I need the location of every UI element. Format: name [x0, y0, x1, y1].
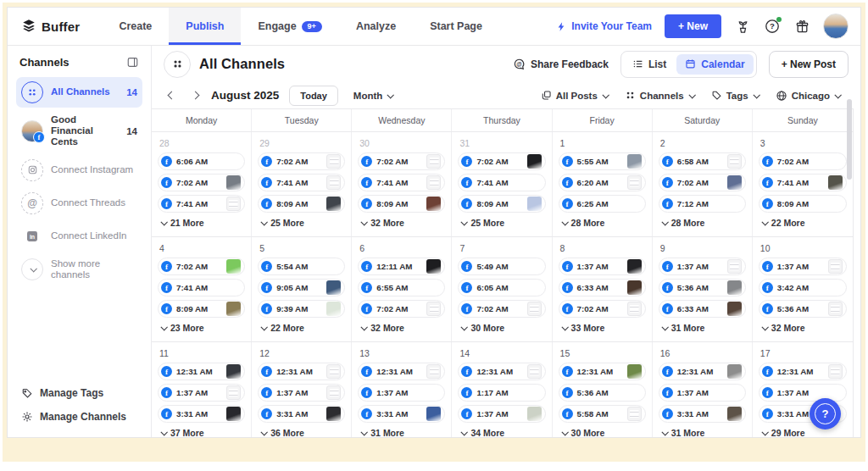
calendar-entry[interactable]: f 7:02 AM	[158, 174, 245, 191]
filter-all-posts[interactable]: All Posts	[541, 90, 608, 101]
more-posts-link[interactable]: 22 More	[260, 323, 345, 333]
more-posts-link[interactable]: 25 More	[260, 218, 345, 228]
calendar-entry[interactable]: f 12:31 AM	[559, 363, 646, 380]
calendar-entry[interactable]: f 12:31 AM	[158, 363, 245, 380]
calendar-entry[interactable]: f 5:36 AM	[659, 279, 746, 296]
calendar-entry[interactable]: f 1:37 AM	[559, 258, 646, 275]
more-posts-link[interactable]: 29 More	[761, 428, 847, 437]
calendar-entry[interactable]: f 7:02 AM	[158, 258, 245, 275]
sidebar-item-connect-linkedin[interactable]: in Connect LinkedIn	[16, 221, 142, 252]
invite-team-link[interactable]: Invite Your Team	[556, 20, 652, 32]
calendar-entry[interactable]: f 7:02 AM	[458, 152, 545, 170]
calendar-entry[interactable]: f 7:02 AM	[659, 174, 746, 191]
calendar-entry[interactable]: f 8:09 AM	[158, 300, 245, 318]
calendar-entry[interactable]: f 1:37 AM	[759, 258, 847, 275]
calendar-entry[interactable]: f 5:49 AM	[458, 258, 545, 275]
calendar-entry[interactable]: f 7:41 AM	[759, 174, 847, 191]
calendar-entry[interactable]: f 7:41 AM	[158, 279, 245, 296]
more-posts-link[interactable]: 32 More	[761, 323, 847, 333]
calendar-entry[interactable]: f 7:41 AM	[358, 174, 445, 191]
nav-tab-publish[interactable]: Publish	[169, 8, 241, 45]
more-posts-link[interactable]: 30 More	[561, 428, 646, 437]
next-month-button[interactable]	[187, 88, 203, 103]
calendar-entry[interactable]: f 5:36 AM	[559, 384, 646, 402]
calendar-entry[interactable]: f 3:31 AM	[358, 405, 445, 423]
more-posts-link[interactable]: 32 More	[360, 218, 445, 228]
calendar-entry[interactable]: f 12:31 AM	[358, 363, 445, 380]
calendar-entry[interactable]: f 7:02 AM	[258, 152, 345, 170]
list-view-button[interactable]: List	[624, 54, 675, 75]
more-posts-link[interactable]: 25 More	[460, 218, 545, 228]
filter-tags[interactable]: Tags	[711, 90, 759, 101]
help-icon[interactable]: ?	[764, 18, 781, 35]
calendar-entry[interactable]: f 12:31 AM	[659, 363, 746, 380]
calendar-entry[interactable]: f 6:33 AM	[659, 300, 746, 318]
more-posts-link[interactable]: 28 More	[661, 218, 746, 228]
calendar-entry[interactable]: f 1:37 AM	[158, 384, 245, 402]
calendar-entry[interactable]: f 3:31 AM	[258, 405, 345, 423]
calendar-entry[interactable]: f 1:17 AM	[458, 384, 545, 402]
calendar-entry[interactable]: f 7:02 AM	[358, 300, 445, 318]
calendar-entry[interactable]: f 12:31 AM	[759, 363, 847, 380]
sidebar-item-show-more-channels[interactable]: Show more channels	[16, 254, 142, 285]
view-mode-dropdown[interactable]: Month	[353, 91, 392, 101]
nav-tab-analyze[interactable]: Analyze	[339, 8, 413, 45]
sidebar-item-connect-instagram[interactable]: Connect Instagram	[16, 155, 142, 186]
calendar-entry[interactable]: f 6:20 AM	[559, 174, 646, 191]
calendar-entry[interactable]: f 5:55 AM	[559, 152, 646, 170]
nav-tab-create[interactable]: Create	[102, 8, 169, 45]
filter-chicago[interactable]: Chicago	[776, 90, 840, 102]
calendar-entry[interactable]: f 1:37 AM	[659, 258, 746, 275]
calendar-entry[interactable]: f 6:58 AM	[659, 152, 746, 170]
calendar-entry[interactable]: f 8:09 AM	[759, 195, 847, 213]
calendar-entry[interactable]: f 9:05 AM	[258, 279, 345, 296]
calendar-entry[interactable]: f 1:37 AM	[759, 384, 847, 402]
more-posts-link[interactable]: 36 More	[260, 428, 345, 437]
new-button[interactable]: + New	[665, 14, 721, 38]
calendar-entry[interactable]: f 7:02 AM	[559, 300, 646, 318]
calendar-entry[interactable]: f 7:41 AM	[458, 174, 545, 191]
more-posts-link[interactable]: 22 More	[761, 218, 847, 228]
calendar-entry[interactable]: f 3:42 AM	[759, 279, 847, 296]
calendar-entry[interactable]: f 12:31 AM	[458, 363, 545, 380]
more-posts-link[interactable]: 31 More	[661, 323, 746, 333]
calendar-entry[interactable]: f 5:54 AM	[258, 258, 345, 275]
calendar-entry[interactable]: f 3:31 AM	[158, 405, 245, 423]
nav-tab-engage[interactable]: Engage 9+	[241, 8, 338, 45]
calendar-entry[interactable]: f 6:05 AM	[458, 279, 545, 296]
more-posts-link[interactable]: 21 More	[160, 218, 245, 228]
calendar-entry[interactable]: f 1:37 AM	[458, 405, 545, 423]
calendar-entry[interactable]: f 8:09 AM	[358, 195, 445, 213]
calendar-entry[interactable]: f 12:31 AM	[258, 363, 345, 380]
calendar-entry[interactable]: f 6:33 AM	[559, 279, 646, 296]
prev-month-button[interactable]	[164, 88, 179, 103]
calendar-entry[interactable]: f 7:41 AM	[258, 174, 345, 191]
calendar-entry[interactable]: f 8:09 AM	[458, 195, 545, 213]
more-posts-link[interactable]: 37 More	[160, 428, 245, 437]
calendar-view-button[interactable]: Calendar	[676, 54, 753, 75]
sidebar-item-connect-threads[interactable]: @ Connect Threads	[16, 188, 142, 219]
more-posts-link[interactable]: 31 More	[360, 428, 445, 437]
more-posts-link[interactable]: 23 More	[160, 323, 245, 333]
vertical-scrollbar[interactable]	[847, 99, 852, 180]
user-avatar[interactable]	[823, 14, 849, 39]
calendar-entry[interactable]: f 1:37 AM	[258, 384, 345, 402]
sidebar-item-all-channels[interactable]: All Channels 14	[16, 77, 142, 108]
today-button[interactable]: Today	[289, 86, 338, 106]
calendar-entry[interactable]: f 9:39 AM	[258, 300, 345, 318]
filter-channels[interactable]: Channels	[625, 90, 694, 101]
calendar-entry[interactable]: f 7:02 AM	[358, 152, 445, 170]
calendar-entry[interactable]: f 7:12 AM	[659, 195, 746, 213]
new-post-button[interactable]: + New Post	[769, 51, 849, 78]
sidebar-item-good-financial-cents[interactable]: f Good Financial Cents 14	[16, 110, 142, 152]
calendar-entry[interactable]: f 3:31 AM	[659, 405, 746, 423]
more-posts-link[interactable]: 33 More	[561, 323, 646, 333]
calendar-entry[interactable]: f 6:25 AM	[559, 195, 646, 213]
calendar-entry[interactable]: f 7:41 AM	[158, 195, 245, 213]
calendar-entry[interactable]: f 12:11 AM	[358, 258, 445, 275]
nav-tab-start-page[interactable]: Start Page	[413, 8, 499, 45]
calendar-entry[interactable]: f 5:36 AM	[759, 300, 847, 318]
more-posts-link[interactable]: 31 More	[661, 428, 746, 437]
buffer-logo[interactable]: Buffer	[8, 8, 102, 45]
calendar-entry[interactable]: f 1:37 AM	[659, 384, 746, 402]
